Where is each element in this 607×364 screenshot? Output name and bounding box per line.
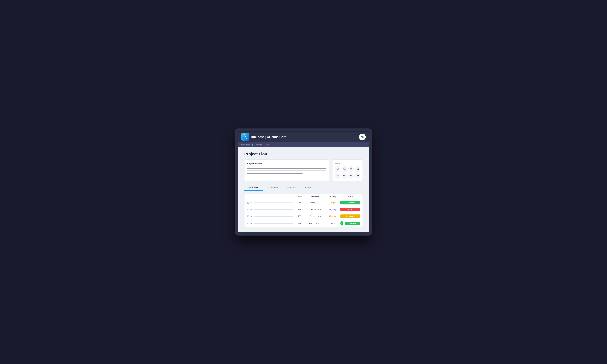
cell-date-4: Nov 3 - Nov 11 (305, 222, 325, 224)
top-section: Project Mission Users GM MG (244, 159, 363, 181)
cell-owner-4: DB (293, 222, 305, 224)
laptop-screen: i Intelness | Azienda Corp. GM Path Home… (238, 131, 369, 232)
status-badge-1: Completed (340, 201, 360, 205)
text-line-3 (247, 170, 326, 170)
top-nav-bar: i Intelness | Azienda Corp. GM (238, 131, 369, 143)
breadcrumb-home[interactable]: Home (246, 144, 251, 146)
cell-date-3: Jan 31, 2024 (305, 215, 325, 217)
status-badge-2: Late (340, 208, 360, 211)
user-badge-sz[interactable]: SZ (335, 173, 340, 179)
row-actions-2: 🗑 ▶ (247, 208, 293, 211)
text-line-4 (247, 172, 311, 172)
cell-priority-1: High (325, 202, 340, 204)
delete-icon-3[interactable]: 🗑 (247, 215, 249, 218)
delete-icon-4[interactable]: 🗑 (247, 222, 249, 225)
table-row: 🗑 ▼ DV Jan 31, 2024 Medium Completed (244, 213, 363, 220)
cell-owner-1: GM (293, 202, 305, 204)
table-row: 🗑 ▶ DB Nov 3 - Nov 11 lev. 3 ✓ Completed (244, 220, 363, 227)
breadcrumb-label: Path (241, 144, 245, 146)
row-actions-3: 🗑 ▼ (247, 215, 293, 218)
breadcrumb-arrow-1: ▶ (252, 144, 254, 146)
cell-date-2: Dec 28, 2023 (305, 208, 325, 210)
text-line-2 (247, 168, 326, 169)
cell-priority-2: Very High (325, 208, 340, 210)
status-badge-3: Completed (340, 214, 360, 218)
breadcrumb-bar: Path Home ▶ Projects ▶ Lion (238, 143, 369, 147)
delete-icon-2[interactable]: 🗑 (247, 208, 249, 211)
row-bar-2 (254, 209, 293, 210)
mission-card-title: Project Mission (247, 162, 326, 165)
user-badge-mg[interactable]: MG (342, 166, 347, 172)
col-header-name (247, 195, 293, 198)
cell-priority-4: lev. 3 (325, 222, 340, 224)
tab-activities[interactable]: Activities (244, 185, 263, 191)
user-badge-mi[interactable]: MI (348, 173, 354, 179)
laptop-bottom-bezel (238, 233, 369, 235)
mission-card: Project Mission (244, 159, 329, 181)
user-badge-gm[interactable]: GM (335, 166, 340, 172)
users-card-title: Users (335, 162, 360, 164)
table-row: 🗑 ▶ GM Nov 6, 2023 High Completed (244, 199, 363, 206)
play-icon-2[interactable]: ▶ (251, 208, 252, 210)
text-line-5 (247, 173, 303, 174)
tab-kanban[interactable]: Kanban (300, 185, 317, 191)
cell-status-3: Completed (340, 214, 360, 218)
app-title: Intelness | Azienda Corp. (251, 135, 287, 139)
mission-text-lines (247, 167, 326, 174)
text-line-1 (247, 167, 326, 167)
check-circle-4: ✓ (340, 221, 343, 225)
chevron-down-icon-3[interactable]: ▼ (251, 215, 252, 217)
tabs-row: Activities Documents Analytics Kanban (244, 185, 363, 191)
delete-icon-1[interactable]: 🗑 (247, 201, 249, 204)
row-actions-1: 🗑 ▶ (247, 201, 293, 204)
cell-status-4: ✓ Completed (340, 221, 360, 225)
play-icon-4[interactable]: ▶ (251, 222, 252, 224)
col-header-priority: Priority (325, 195, 340, 198)
row-bar-4 (254, 223, 293, 224)
breadcrumb-projects[interactable]: Projects (255, 144, 262, 146)
col-header-due: Due Date (305, 195, 325, 198)
breadcrumb-current: Lion (265, 144, 269, 146)
cell-date-1: Nov 6, 2023 (305, 202, 325, 204)
users-grid: GM MG RP DB SZ MD MI DV (335, 166, 360, 179)
row-bar-1 (254, 202, 293, 203)
main-content: Project Lion Project Mission Users (238, 147, 369, 232)
status-badge-4: Completed (345, 221, 360, 225)
user-badge-db[interactable]: DB (355, 166, 360, 172)
user-avatar[interactable]: GM (359, 134, 366, 140)
cell-owner-3: DV (293, 215, 305, 217)
table-row: 🗑 ▶ MG Dec 28, 2023 Very High Late (244, 206, 363, 213)
row-actions-4: 🗑 ▶ (247, 222, 293, 225)
col-header-owner: Owner (293, 195, 305, 198)
cell-status-1: Completed (340, 201, 360, 205)
user-badge-md[interactable]: MD (342, 173, 347, 179)
col-header-status: Status (340, 195, 360, 198)
activities-table: Owner Due Date Priority Status 🗑 ▶ GM No… (244, 194, 363, 227)
tab-documents[interactable]: Documents (263, 185, 283, 191)
user-badge-dv[interactable]: DV (355, 173, 360, 179)
app-logo: i (241, 133, 249, 141)
tab-analytics[interactable]: Analytics (283, 185, 300, 191)
cell-owner-2: MG (293, 208, 305, 210)
breadcrumb-arrow-2: ▶ (263, 144, 264, 146)
cell-status-2: Late (340, 208, 360, 211)
user-badge-rp[interactable]: RP (348, 166, 354, 172)
row-bar-3 (254, 216, 293, 217)
users-card: Users GM MG RP DB SZ MD MI DV (332, 159, 363, 181)
cell-priority-3: Medium (325, 215, 340, 217)
laptop-frame: i Intelness | Azienda Corp. GM Path Home… (235, 129, 372, 235)
table-header: Owner Due Date Priority Status (244, 194, 363, 199)
page-title: Project Lion (244, 152, 363, 156)
play-icon-1[interactable]: ▶ (251, 202, 252, 204)
nav-left: i Intelness | Azienda Corp. (241, 133, 287, 141)
